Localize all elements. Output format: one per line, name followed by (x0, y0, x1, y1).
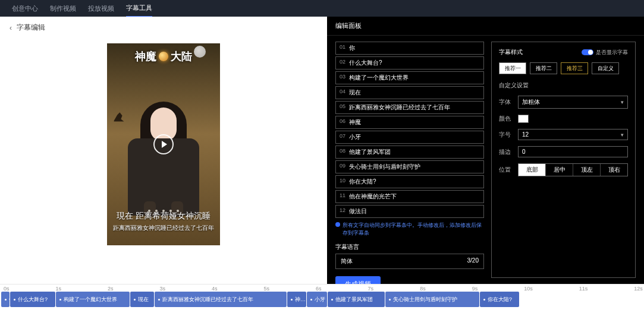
ruler-mark: 3s (160, 286, 166, 292)
timeline-clip[interactable]: 失心骑士用剑与盾时刻守护 (385, 292, 479, 307)
subtitle-line[interactable]: 01你 (335, 42, 484, 55)
subtitle-line[interactable]: 08他建了景风军团 (335, 146, 484, 159)
line-text: 什么大舞台? (349, 59, 382, 67)
line-text: 距离西丽雅女神沉睡已经过去了七百年 (349, 103, 450, 112)
style-presets: 推荐一 推荐二 推荐三 自定义 (499, 62, 628, 74)
breadcrumb: ‹ 字幕编辑 (0, 17, 327, 39)
preset-2[interactable]: 推荐二 (530, 62, 557, 74)
timeline-clip[interactable]: 构建了一个魔幻大世界 (56, 292, 130, 307)
subtitle-line[interactable]: 09失心骑士用剑与盾时刻守护 (335, 160, 484, 173)
panel-header: 编辑面板 (327, 17, 644, 36)
main-area: ‹ 字幕编辑 神魔 大陆 現在 距离希荷娅女神沉睡 距离西丽雅女神沉 (0, 17, 644, 284)
subtitle-line[interactable]: 04现在 (335, 86, 484, 99)
tip-text: 所有文字自动同步到字幕条中。手动修改后，添加修改后保存到字幕条 (343, 222, 484, 237)
position-group: 底部 居中 顶左 顶右 (518, 163, 628, 176)
pos-bottom[interactable]: 底部 (519, 164, 546, 176)
timeline-clip[interactable]: 距离西丽雅女神沉睡已经过去了七百年 (155, 292, 287, 307)
stroke-value: 0 (522, 148, 526, 155)
ruler-mark: 12s (634, 286, 643, 292)
game-title-right: 大陆 (171, 49, 192, 64)
style-column: 字幕样式 是否显示字幕 推荐一 推荐二 推荐三 自定义 自定义设置 字体 (491, 42, 636, 278)
timeline-clip[interactable]: 你 (1, 292, 10, 307)
preset-3[interactable]: 推荐三 (561, 62, 588, 74)
video-preview[interactable]: 神魔 大陆 現在 距离希荷娅女神沉睡 距离西丽雅女神沉睡已经过去了七百年 (107, 43, 220, 245)
language-count: 3/20 (467, 257, 479, 265)
timeline-ruler: 0s1s2s3s4s5s6s7s8s9s10s11s12s13s (0, 284, 644, 292)
line-index: 03 (340, 74, 345, 82)
game-title-left: 神魔 (135, 49, 156, 64)
caption-main: 現在 距离希荷娅女神沉睡 (107, 211, 220, 222)
line-text: 他建了景风军团 (349, 148, 391, 156)
ruler-mark: 11s (579, 286, 588, 292)
orb-icon (159, 52, 168, 61)
subtitle-line[interactable]: 06神魔 (335, 116, 484, 129)
subtitle-line[interactable]: 07小牙 (335, 131, 484, 144)
person-graphic (125, 102, 202, 220)
timeline-clip[interactable]: 你在大陆? (480, 292, 519, 307)
line-text: 你在大陆? (349, 178, 376, 186)
ruler-mark: 10s (524, 286, 533, 292)
nav-item-subtitle[interactable]: 字幕工具 (126, 0, 152, 17)
subtitle-visibility-toggle[interactable] (582, 49, 593, 55)
timeline-clip[interactable]: 现在 (130, 292, 154, 307)
preset-custom[interactable]: 自定义 (592, 62, 619, 74)
preview-container: 神魔 大陆 現在 距离希荷娅女神沉睡 距离西丽雅女神沉睡已经过去了七百年 (0, 39, 327, 284)
ruler-mark: 1s (56, 286, 62, 292)
line-text: 他在神魔的光芒下 (349, 192, 397, 201)
line-index: 04 (340, 88, 345, 97)
pos-center[interactable]: 居中 (546, 164, 573, 176)
timeline-clips: 你什么大舞台?构建了一个魔幻大世界现在距离西丽雅女神沉睡已经过去了七百年神…小牙… (0, 292, 644, 307)
stroke-label: 描边 (499, 148, 513, 156)
color-label: 颜色 (499, 115, 513, 123)
ruler-mark: 2s (108, 286, 114, 292)
font-select[interactable]: 加粗体 ▾ (518, 96, 628, 109)
line-index: 10 (340, 178, 345, 186)
timeline-clip[interactable]: 神… (287, 292, 306, 307)
line-index: 01 (340, 44, 345, 52)
ruler-mark: 8s (420, 286, 426, 292)
timeline-clip[interactable]: 小牙 (307, 292, 327, 307)
pos-topleft[interactable]: 顶左 (573, 164, 601, 176)
play-button[interactable] (153, 134, 174, 154)
timeline-clip[interactable]: 什么大舞台? (10, 292, 55, 307)
size-select[interactable]: 12 ▾ (518, 129, 628, 140)
line-index: 06 (340, 118, 345, 127)
line-text: 构建了一个魔幻大世界 (349, 74, 409, 82)
line-text: 失心骑士用剑与盾时刻守护 (349, 163, 420, 171)
ruler-mark: 0s (4, 286, 10, 292)
preset-1[interactable]: 推荐一 (499, 62, 526, 74)
line-text: 现在 (349, 88, 361, 97)
position-label: 位置 (499, 166, 513, 174)
caption-sub: 距离西丽雅女神沉睡已经过去了七百年 (107, 224, 220, 232)
nav-item-publish[interactable]: 投放视频 (88, 1, 114, 17)
line-index: 07 (340, 133, 345, 141)
top-nav: 创意中心 制作视频 投放视频 字幕工具 (0, 0, 644, 17)
left-panel: ‹ 字幕编辑 神魔 大陆 現在 距离希荷娅女神沉睡 距离西丽雅女神沉 (0, 17, 327, 284)
style-heading: 字幕样式 (499, 48, 523, 56)
line-index: 05 (340, 103, 345, 112)
timeline: 0s1s2s3s4s5s6s7s8s9s10s11s12s13s 你什么大舞台?… (0, 284, 644, 313)
nav-item-creative[interactable]: 创意中心 (12, 1, 38, 17)
timeline-clip[interactable]: 他建了景风军团 (328, 292, 385, 307)
language-select[interactable]: 简体 3/20 (335, 254, 484, 269)
chevron-down-icon: ▾ (621, 99, 624, 105)
subtitle-line[interactable]: 03构建了一个魔幻大世界 (335, 71, 484, 84)
font-label: 字体 (499, 98, 513, 106)
back-icon[interactable]: ‹ (10, 24, 12, 32)
custom-section-label: 自定义设置 (499, 81, 628, 90)
nav-item-make[interactable]: 制作视频 (50, 1, 76, 17)
font-value: 加粗体 (522, 98, 540, 106)
subtitle-line[interactable]: 02什么大舞台? (335, 56, 484, 69)
subtitle-line[interactable]: 10你在大陆? (335, 175, 484, 188)
subtitle-line[interactable]: 12做法日 (335, 205, 484, 218)
ruler-mark: 9s (472, 286, 478, 292)
line-text: 你 (349, 44, 355, 52)
subtitle-line[interactable]: 11他在神魔的光芒下 (335, 190, 484, 203)
color-picker[interactable] (518, 115, 529, 123)
subtitle-line[interactable]: 05距离西丽雅女神沉睡已经过去了七百年 (335, 101, 484, 114)
line-index: 08 (340, 148, 345, 156)
pos-topright[interactable]: 顶右 (601, 164, 627, 176)
stroke-input[interactable]: 0 (518, 146, 628, 157)
generate-button[interactable]: 生成视频 (335, 276, 381, 284)
language-value: 简体 (341, 257, 353, 265)
